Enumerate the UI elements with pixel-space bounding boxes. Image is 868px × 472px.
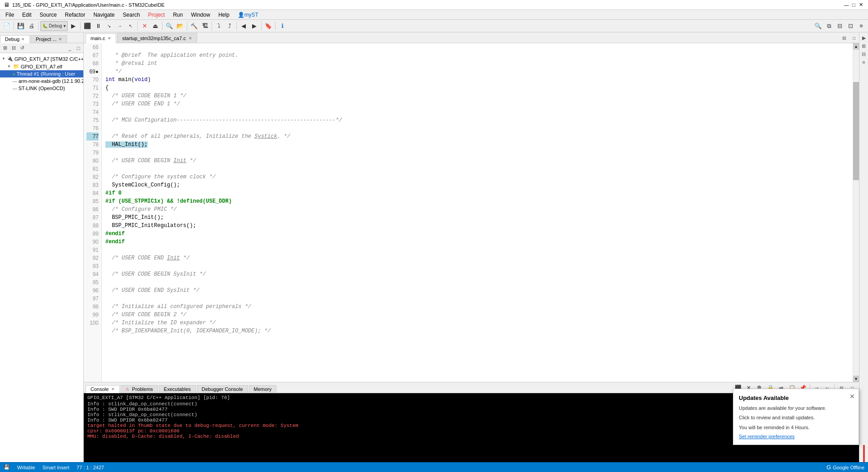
build-all[interactable]: 🏗	[200, 21, 210, 31]
debug-tab-label: Debug	[5, 36, 19, 42]
open-resource[interactable]: 📂	[175, 21, 185, 31]
menu-help[interactable]: Help	[215, 10, 233, 20]
back-btn[interactable]: ◀	[239, 21, 249, 31]
restore-view[interactable]: ⊡	[845, 21, 855, 31]
debug-tab-close[interactable]: ✕	[21, 37, 25, 41]
maximize-view[interactable]: ⧉	[824, 21, 834, 31]
build-btn[interactable]: 🔨	[189, 21, 199, 31]
right-btn-1[interactable]: ▶	[860, 34, 868, 41]
menu-bar: File Edit Source Refactor Navigate Searc…	[0, 10, 868, 20]
info-btn[interactable]: ℹ	[277, 21, 287, 31]
disconnect-button[interactable]: ⏏	[150, 21, 160, 31]
status-writable: Writable	[17, 465, 35, 470]
panel-minimize-btn[interactable]: _	[66, 44, 74, 52]
scroll-up-btn[interactable]: ▲	[853, 43, 859, 50]
line-numbers: 66 67 68 69● 70 71 72 73 74 75 76 77 78 …	[84, 43, 102, 382]
tree-item-elf[interactable]: ▼ 📁 GPIO_EXTI_A7.elf	[0, 63, 83, 70]
updates-close-button[interactable]: ✕	[850, 393, 855, 400]
print-button[interactable]: 🖨	[27, 21, 36, 31]
editor-min-btn[interactable]: ⊟	[839, 33, 849, 43]
minimize-view[interactable]: ⊟	[835, 21, 845, 31]
sep8	[236, 22, 237, 31]
menu-navigate[interactable]: Navigate	[90, 10, 118, 20]
tree-label-project: GPIO_EXTI_A7 [STM32 C/C++ Ap...	[14, 56, 83, 62]
updates-line1: Updates are available for your software.	[739, 405, 853, 412]
updates-title: Updates Available	[739, 395, 853, 401]
tab-debug[interactable]: Debug ✕	[0, 35, 30, 43]
tree-item-thread[interactable]: ● Thread #1 (Running : User	[0, 70, 83, 77]
panel-collapse-btn[interactable]: ⊟	[9, 44, 18, 52]
project-tree: ▼ 🔌 GPIO_EXTI_A7 [STM32 C/C++ Ap... ▼ 📁 …	[0, 53, 83, 472]
insert-label: Smart Insert	[42, 465, 69, 470]
vertical-scrollbar[interactable]: ▲ ▼	[853, 43, 859, 382]
menu-window[interactable]: Window	[187, 10, 214, 20]
editor-tab-main[interactable]: main.c ✕	[86, 33, 116, 43]
updates-link[interactable]: Set reminder preferences	[739, 434, 853, 439]
run-button[interactable]: ▶	[68, 21, 78, 31]
menu-source[interactable]: Source	[36, 10, 60, 20]
project-tab-close[interactable]: ✕	[59, 37, 62, 41]
step-into[interactable]: ↘	[104, 21, 114, 31]
tree-item-project[interactable]: ▼ 🔌 GPIO_EXTI_A7 [STM32 C/C++ Ap...	[0, 55, 83, 63]
scroll-track[interactable]	[853, 50, 859, 376]
panel-toolbar: ⊞ ⊟ ↺ _ □	[0, 43, 83, 53]
right-btn-3[interactable]: ⊟	[860, 50, 868, 58]
updates-line3: You will be reminded in 4 Hours.	[739, 424, 853, 431]
scroll-down-btn[interactable]: ▼	[853, 376, 859, 382]
maximize-button[interactable]: □	[850, 1, 857, 9]
menu-project[interactable]: Project	[145, 10, 168, 20]
menu-file[interactable]: File	[2, 10, 18, 20]
stop-button[interactable]: ⬛	[82, 21, 92, 31]
sep7	[212, 22, 212, 31]
scroll-thumb[interactable]	[853, 82, 859, 180]
menu-refactor[interactable]: Refactor	[61, 10, 89, 20]
bottom-tab-problems[interactable]: ⚠ Problems	[121, 385, 158, 393]
close-button[interactable]: ✕	[857, 1, 864, 9]
editor-tab-startup[interactable]: startup_stm32mp135c_ca7.c ✕	[117, 33, 197, 43]
bookmark-btn[interactable]: 🔖	[263, 21, 273, 31]
panel-max-btn[interactable]: □	[74, 44, 82, 52]
bottom-tab-executables[interactable]: Executables	[159, 385, 196, 393]
menu-edit[interactable]: Edit	[18, 10, 35, 20]
problems-icon: ⚠	[126, 387, 129, 391]
view-menu[interactable]: ≡	[856, 21, 866, 31]
title-bar-icon: 🖥	[4, 1, 9, 8]
minimize-button[interactable]: —	[843, 1, 850, 9]
panel-refresh-btn[interactable]: ↺	[18, 44, 26, 52]
tree-item-stlink[interactable]: — ST-LINK (OpenOCD)	[0, 85, 83, 92]
editor-max-btn[interactable]: □	[849, 33, 859, 43]
forward-btn[interactable]: ▶	[249, 21, 259, 31]
panel-new-btn[interactable]: ⊞	[1, 44, 9, 52]
menu-myst[interactable]: 👤 myST	[234, 10, 262, 20]
status-save-icon[interactable]: 💾	[4, 464, 10, 470]
console-tab-close[interactable]: ✕	[111, 387, 115, 391]
editor-tab-startup-close[interactable]: ✕	[189, 36, 192, 41]
code-editor-container[interactable]: 66 67 68 69● 70 71 72 73 74 75 76 77 78 …	[84, 43, 859, 382]
step-return[interactable]: ↖	[126, 21, 136, 31]
panel-tabs: Debug ✕ Project ... ✕	[0, 32, 83, 43]
tree-item-gdb[interactable]: — arm-none-eabi-gdb (12.1.90.2	[0, 77, 83, 85]
step-over[interactable]: →	[115, 21, 125, 31]
new-button[interactable]: 📄	[2, 21, 12, 31]
right-btn-4[interactable]: ≡	[860, 59, 868, 66]
menu-run[interactable]: Run	[169, 10, 186, 20]
debug-dropdown[interactable]: 🐛 Debug ▾	[41, 21, 68, 31]
search-btn[interactable]: 🔍	[813, 21, 823, 31]
left-panel: Debug ✕ Project ... ✕ ⊞ ⊟ ↺ _ □ ▼ 🔌 GPIO…	[0, 32, 84, 472]
menu-search[interactable]: Search	[119, 10, 144, 20]
toolbar: 📄 💾 🖨 🐛 Debug ▾ ▶ ⬛ ⏸ ↘ → ↖ ✕ ⏏ 🔍 📂 🔨 🏗 …	[0, 20, 868, 32]
terminate-button[interactable]: ✕	[140, 21, 149, 31]
right-btn-2[interactable]: ⊞	[860, 42, 868, 50]
bottom-tab-memory[interactable]: Memory	[249, 385, 277, 393]
tab-project[interactable]: Project ... ✕	[31, 35, 67, 43]
open-type[interactable]: 🔍	[164, 21, 174, 31]
editor-tab-main-close[interactable]: ✕	[108, 36, 111, 41]
prev-annotation[interactable]: ⤴	[225, 21, 235, 31]
code-content[interactable]: * @brief The application entry point. * …	[102, 43, 853, 382]
bottom-tab-debugger[interactable]: Debugger Console	[197, 385, 248, 393]
next-annotation[interactable]: ⤵	[214, 21, 224, 31]
bottom-tab-console[interactable]: Console ✕	[86, 385, 120, 393]
pause-button[interactable]: ⏸	[93, 21, 103, 31]
save-button[interactable]: 💾	[16, 21, 26, 31]
project-tab-label: Project ...	[36, 36, 56, 42]
